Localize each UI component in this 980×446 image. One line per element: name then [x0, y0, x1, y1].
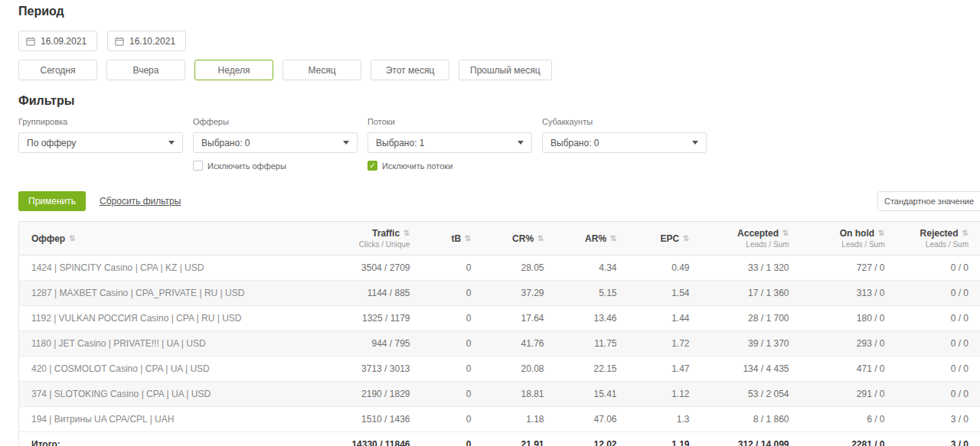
column-header-epc[interactable]: EPC⇅: [635, 222, 708, 256]
preset-select[interactable]: Стандартное значение: [877, 191, 980, 211]
exclude-offers-checkbox[interactable]: Исключить офферы: [193, 161, 286, 171]
value-cell: 1.18: [490, 407, 563, 432]
value-cell: 1144 / 885: [325, 281, 429, 306]
value-cell: 0.49: [635, 256, 708, 281]
quick-button-this-month[interactable]: Этот месяц: [371, 60, 449, 80]
value-cell: 37.29: [490, 281, 563, 306]
offer-cell: 420 | COSMOLOT Casino | CPA | UA | USD: [19, 356, 325, 382]
value-cell: 5.15: [563, 281, 635, 306]
value-cell: 22.15: [563, 356, 635, 382]
date-range: 16.09.2021 16.10.2021: [18, 31, 980, 51]
offer-cell: 374 | SLOTOKING Casino | CPA | UA | USD: [19, 382, 325, 407]
column-header-оффер[interactable]: Оффер⇅: [19, 222, 325, 256]
column-label: Оффер: [31, 233, 65, 244]
chevron-down-icon: [518, 141, 524, 145]
filter-row: Группировка По офферу Офферы Выбрано: 0 …: [18, 117, 980, 173]
totals-row: Итого:14330 / 11846021.9112.021.19312 / …: [19, 432, 980, 446]
date-from-value: 16.09.2021: [41, 36, 87, 47]
column-label: EPC: [660, 233, 679, 244]
value-cell: 1325 / 1179: [325, 306, 429, 331]
value-cell: 0: [429, 331, 490, 356]
value-cell: 291 / 0: [808, 382, 903, 407]
sort-icon: ⇅: [878, 230, 884, 237]
offer-cell: 1424 | SPINCITY Casino | CPA | KZ | USD: [19, 256, 325, 281]
quick-button-week[interactable]: Неделя: [194, 60, 273, 80]
apply-button[interactable]: Применить: [18, 191, 86, 211]
sort-icon: ⇅: [962, 230, 969, 237]
grouping-select-value: По офферу: [27, 138, 76, 148]
filter-group-grouping: Группировка По офферу: [18, 117, 183, 173]
value-cell: 1.72: [635, 331, 708, 356]
sort-icon: ⇅: [403, 230, 410, 237]
chevron-down-icon: [692, 141, 698, 145]
value-cell: 293 / 0: [808, 331, 903, 356]
exclude-flows-label: Исключить потоки: [382, 161, 452, 171]
value-cell: 0 / 0: [903, 356, 980, 382]
value-cell: 0: [429, 256, 490, 281]
table-body: 1424 | SPINCITY Casino | CPA | KZ | USD3…: [19, 256, 980, 446]
date-to-input[interactable]: 16.10.2021: [107, 31, 186, 51]
value-cell: 21.91: [490, 432, 563, 446]
column-header-rejected[interactable]: Rejected⇅Leads / Sum: [903, 222, 980, 256]
value-cell: 0 / 0: [903, 331, 980, 356]
preset-select-value: Стандартное значение: [884, 197, 974, 206]
value-cell: 3504 / 2709: [325, 256, 429, 281]
column-header-cr-[interactable]: CR%⇅: [490, 222, 563, 256]
value-cell: 944 / 795: [325, 331, 429, 356]
value-cell: 1.3: [635, 407, 708, 432]
table-row: 194 | Витрины UA CPA/CPL | UAH1510 / 143…: [19, 407, 980, 432]
value-cell: 53 / 2 054: [708, 382, 808, 407]
subaccounts-select[interactable]: Выбрано: 0: [542, 132, 707, 153]
subaccounts-label: Субаккаунты: [542, 117, 707, 126]
flows-label: Потоки: [368, 117, 532, 126]
reset-filters-link[interactable]: Сбросить фильтры: [100, 196, 181, 207]
actions-row: Применить Сбросить фильтры Стандартное з…: [18, 191, 980, 211]
table-row: 1287 | MAXBET Casino | CPA_PRIVATE | RU …: [19, 281, 980, 306]
date-from-input[interactable]: 16.09.2021: [18, 31, 97, 51]
quick-button-month[interactable]: Месяц: [283, 60, 361, 80]
column-header-accepted[interactable]: Accepted⇅Leads / Sum: [708, 222, 808, 256]
quick-button-last-month[interactable]: Прошлый месяц: [459, 60, 552, 80]
value-cell: 1.44: [635, 306, 708, 331]
value-cell: 0: [429, 382, 490, 407]
offer-cell: 194 | Витрины UA CPA/CPL | UAH: [19, 407, 325, 432]
column-sublabel: Leads / Sum: [716, 240, 789, 249]
offer-cell: 1192 | VULKAN РОССИЯ Casino | CPA | RU |…: [19, 306, 325, 331]
quick-button-yesterday[interactable]: Вчера: [106, 60, 185, 80]
value-cell: 41.76: [490, 331, 563, 356]
sort-icon: ⇅: [782, 230, 789, 237]
value-cell: 1.12: [635, 382, 708, 407]
column-label: tB: [451, 233, 461, 244]
table-header-row: Оффер⇅Traffic⇅Clicks / UniquetB⇅CR%⇅AR%⇅…: [19, 222, 980, 256]
value-cell: 1.19: [635, 432, 708, 446]
column-header-tb[interactable]: tB⇅: [429, 222, 490, 256]
offers-label: Офферы: [193, 117, 358, 126]
value-cell: 0: [429, 432, 490, 446]
value-cell: 6 / 0: [808, 407, 903, 432]
offers-select[interactable]: Выбрано: 0: [193, 132, 358, 153]
column-header-on-hold[interactable]: On hold⇅Leads / Sum: [808, 222, 903, 256]
flows-select[interactable]: Выбрано: 1: [368, 132, 532, 153]
sort-icon: ⇅: [69, 235, 75, 243]
value-cell: 3 / 0: [903, 407, 980, 432]
grouping-select[interactable]: По офферу: [18, 132, 183, 153]
statistics-page: Период 16.09.2021 16.10.2021 Сегодня Вче…: [0, 0, 980, 446]
exclude-flows-checkbox[interactable]: Исключить потоки: [368, 161, 452, 171]
column-sublabel: Leads / Sum: [911, 240, 969, 249]
value-cell: 3 / 0: [903, 432, 980, 446]
value-cell: 0: [429, 306, 490, 331]
sort-icon: ⇅: [610, 235, 616, 243]
value-cell: 8 / 1 860: [708, 407, 808, 432]
filter-group-flows: Потоки Выбрано: 1 Исключить потоки: [368, 117, 532, 173]
value-cell: 39 / 1 370: [708, 331, 808, 356]
value-cell: 47.06: [563, 407, 635, 432]
sort-icon: ⇅: [683, 235, 689, 243]
exclude-offers-label: Исключить офферы: [207, 161, 286, 171]
filter-group-subaccounts: Субаккаунты Выбрано: 0: [542, 117, 707, 173]
statistics-table: Оффер⇅Traffic⇅Clicks / UniquetB⇅CR%⇅AR%⇅…: [18, 221, 980, 446]
column-header-traffic[interactable]: Traffic⇅Clicks / Unique: [325, 222, 429, 256]
column-header-ar-[interactable]: AR%⇅: [563, 222, 635, 256]
column-label: Accepted: [737, 228, 779, 239]
quick-button-today[interactable]: Сегодня: [18, 60, 97, 80]
period-title: Период: [18, 5, 980, 18]
